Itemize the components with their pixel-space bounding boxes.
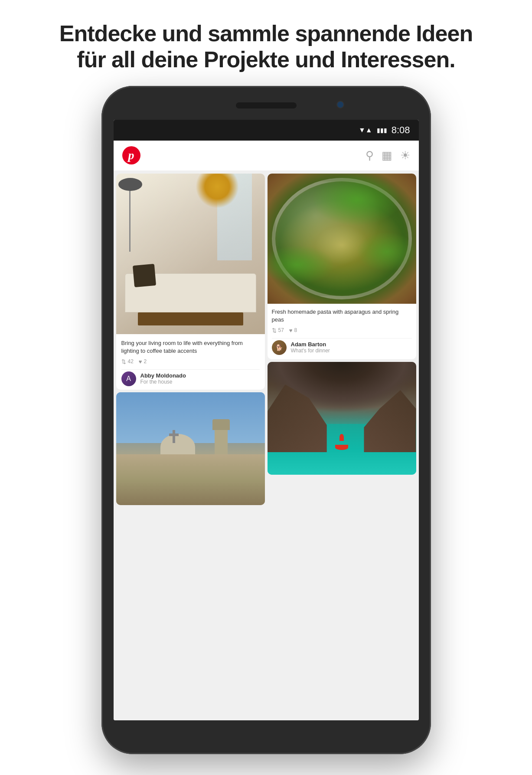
main-headline: Entdecke und sammle spannende Ideen für … xyxy=(25,0,507,86)
pasta-image xyxy=(268,174,416,304)
status-bar: ▼▲ ▮▮▮ 8:08 xyxy=(114,120,419,141)
abby-avatar: A xyxy=(121,371,136,386)
pinterest-logo[interactable]: p xyxy=(122,146,140,164)
feed: Bring your living room to life with ever… xyxy=(114,171,419,720)
app-header: p ⚲ ▦ ☀ xyxy=(114,141,419,171)
kayak-image xyxy=(268,362,416,475)
living-room-user: A Abby Moldonado For the house xyxy=(121,369,260,386)
living-room-likes: ♥ 2 xyxy=(139,358,147,365)
like-icon: ♥ xyxy=(289,327,293,334)
pasta-title: Fresh homemade pasta with asparagus and … xyxy=(272,308,412,324)
messages-icon[interactable]: ▦ xyxy=(382,149,392,162)
pin-card-kayak[interactable] xyxy=(268,362,416,475)
adam-info: Adam Barton What's for dinner xyxy=(291,341,330,354)
pasta-likes: ♥ 8 xyxy=(289,327,297,334)
phone-screen: ▼▲ ▮▮▮ 8:08 p ⚲ ▦ ☀ xyxy=(114,120,419,720)
adam-name: Adam Barton xyxy=(291,341,330,348)
clock: 8:08 xyxy=(392,125,410,136)
search-icon[interactable]: ⚲ xyxy=(366,149,374,162)
pasta-repins: ⇅ 57 xyxy=(272,327,284,334)
feed-left-column: Bring your living room to life with ever… xyxy=(116,174,265,718)
phone-camera xyxy=(336,101,344,108)
pasta-pin-info: Fresh homemade pasta with asparagus and … xyxy=(268,304,416,359)
battery-icon: ▮▮▮ xyxy=(377,127,387,134)
living-room-stats: ⇅ 42 ♥ 2 xyxy=(121,358,260,365)
pasta-user: 🐕 Adam Barton What's for dinner xyxy=(272,338,412,355)
header-icons: ⚲ ▦ ☀ xyxy=(366,149,410,162)
abby-board: For the house xyxy=(140,379,186,385)
living-room-title: Bring your living room to life with ever… xyxy=(121,339,260,355)
feed-right-column: Fresh homemade pasta with asparagus and … xyxy=(268,174,416,718)
pin-card-living-room[interactable]: Bring your living room to life with ever… xyxy=(116,174,265,390)
phone-speaker xyxy=(236,102,297,108)
phone-mockup: ▼▲ ▮▮▮ 8:08 p ⚲ ▦ ☀ xyxy=(101,86,431,754)
phone-body: ▼▲ ▮▮▮ 8:08 p ⚲ ▦ ☀ xyxy=(101,86,431,754)
pin-card-venice[interactable] xyxy=(116,392,265,505)
wifi-icon: ▼▲ xyxy=(359,126,372,134)
repin-icon: ⇅ xyxy=(121,358,126,365)
venice-image xyxy=(116,392,265,505)
adam-avatar: 🐕 xyxy=(272,340,287,355)
living-room-repins: ⇅ 42 xyxy=(121,358,134,365)
repin-icon: ⇅ xyxy=(272,327,277,334)
living-room-pin-info: Bring your living room to life with ever… xyxy=(116,334,265,390)
profile-icon[interactable]: ☀ xyxy=(400,149,410,162)
like-icon: ♥ xyxy=(139,358,142,365)
pasta-stats: ⇅ 57 ♥ 8 xyxy=(272,327,412,334)
abby-info: Abby Moldonado For the house xyxy=(140,372,186,385)
abby-name: Abby Moldonado xyxy=(140,372,186,379)
living-room-image xyxy=(116,174,265,334)
adam-board: What's for dinner xyxy=(291,348,330,354)
pin-card-pasta[interactable]: Fresh homemade pasta with asparagus and … xyxy=(268,174,416,359)
